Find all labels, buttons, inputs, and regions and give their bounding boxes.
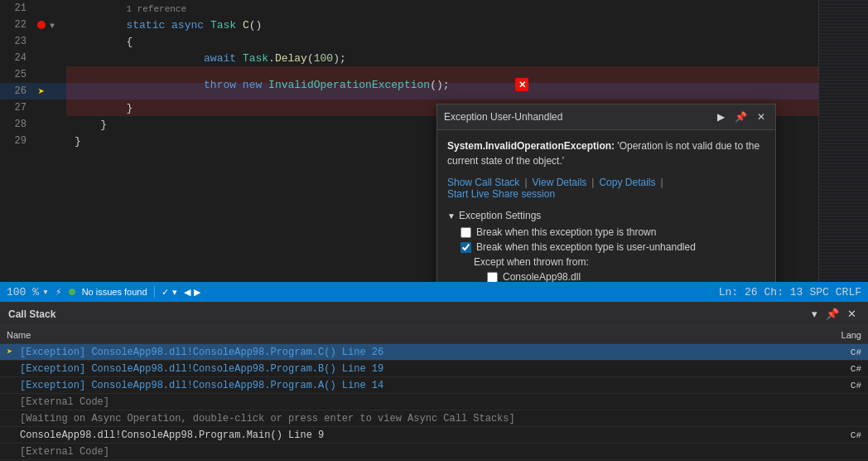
stack-row-text: [Exception] ConsoleApp98.dll!ConsoleApp9… (20, 347, 828, 358)
fold-button[interactable]: ▼ (50, 22, 55, 31)
stack-row[interactable]: [External Code] (0, 394, 868, 410)
exception-type: System.InvalidOperationException: (447, 140, 615, 152)
checkbox-row-1: Break when this exception type is thrown (447, 226, 765, 238)
popup-header: Exception User-Unhandled ▶ 📌 ✕ (437, 104, 775, 130)
settings-header[interactable]: ▼ Exception Settings (447, 210, 765, 221)
stack-row-text: ConsoleApp98.dll!ConsoleApp98.Program.Ma… (20, 429, 828, 441)
start-live-share-link[interactable]: Start Live Share session (447, 188, 555, 200)
status-right: Ln: 26 Ch: 13 SPC CRLF (719, 286, 861, 298)
popup-actions: ▶ 📌 ✕ (714, 109, 769, 124)
col-name-header: Name (7, 330, 828, 340)
call-stack-panel: Call Stack ▾ 📌 ✕ Name Lang ➤[Exception] … (0, 302, 868, 461)
panel-close-button[interactable]: ✕ (844, 306, 860, 322)
stack-row[interactable]: [Exception] ConsoleApp98.dll!ConsoleApp9… (0, 377, 868, 394)
popup-body: System.InvalidOperationException: 'Opera… (437, 130, 775, 282)
break-on-thrown-checkbox[interactable] (461, 227, 471, 238)
panel-controls: ▾ 📌 ✕ (808, 306, 860, 322)
panel-title: Call Stack (8, 308, 55, 320)
stack-row-lang: C# (828, 430, 861, 440)
panel-pin-button[interactable]: 📌 (822, 306, 842, 322)
no-issues-status: No issues found (69, 287, 147, 297)
show-call-stack-link[interactable]: Show Call Stack (447, 177, 519, 188)
stack-row[interactable]: [Exception] ConsoleApp98.dll!ConsoleApp9… (0, 361, 868, 377)
popup-run-button[interactable]: ▶ (714, 109, 728, 124)
panel-dropdown-button[interactable]: ▾ (808, 306, 821, 322)
module-checkbox[interactable] (487, 272, 498, 283)
copy-details-link[interactable]: Copy Details (599, 177, 655, 188)
module-checkbox-row: ConsoleApp98.dll (447, 271, 765, 282)
exception-message: System.InvalidOperationException: 'Opera… (447, 138, 765, 168)
stack-row[interactable]: ConsoleApp98.dll!ConsoleApp98.Program.Ma… (0, 427, 868, 444)
stack-row[interactable]: [External Code] (0, 444, 868, 460)
popup-pin-button[interactable]: 📌 (731, 109, 750, 124)
exception-popup: Exception User-Unhandled ▶ 📌 ✕ System.In… (436, 104, 776, 282)
popup-links: Show Call Stack | View Details | Copy De… (447, 177, 765, 200)
breakpoint-dot[interactable] (37, 21, 46, 29)
spaces-display: SPC (809, 286, 828, 298)
checkbox-row-2: Break when this exception type is user-u… (447, 241, 765, 253)
stack-row-text: [External Code] (20, 446, 828, 458)
status-bar: 100 % ▾ ⚡ No issues found ✓ ▾ ◀ ▶ Ln: 26… (0, 282, 868, 302)
zoom-level[interactable]: 100 % ▾ (7, 285, 49, 298)
popup-title: Exception User-Unhandled (444, 111, 562, 123)
stack-row[interactable]: ➤[Exception] ConsoleApp98.dll!ConsoleApp… (0, 344, 868, 361)
module-label: ConsoleApp98.dll (503, 271, 581, 282)
col-lang-header: Lang (828, 330, 861, 340)
settings-section: ▼ Exception Settings Break when this exc… (447, 210, 765, 282)
settings-title: Exception Settings (459, 210, 541, 221)
code-line-24: 24 await Task.Delay(100); (0, 50, 868, 66)
view-details-link[interactable]: View Details (533, 177, 587, 188)
crlf-display: CRLF (836, 286, 861, 298)
collapse-triangle: ▼ (447, 211, 456, 221)
stack-row-text: [External Code] (20, 396, 828, 408)
ch-display: Ch: 13 (764, 286, 803, 298)
stack-rows[interactable]: ➤[Exception] ConsoleApp98.dll!ConsoleApp… (0, 344, 868, 461)
break-on-unhandled-label: Break when this exception type is user-u… (476, 241, 696, 253)
stack-row-text: [Waiting on Async Operation, double-clic… (20, 413, 828, 425)
stack-row-indicator: ➤ (7, 346, 20, 358)
error-button[interactable]: ✕ (515, 78, 528, 91)
stack-row-lang: C# (828, 347, 861, 357)
popup-close-button[interactable]: ✕ (754, 109, 769, 124)
stack-row-text: [Exception] ConsoleApp98.dll!ConsoleApp9… (20, 363, 828, 375)
minimap (818, 0, 868, 282)
table-header: Name Lang (0, 326, 868, 344)
stack-row-lang: C# (828, 364, 861, 374)
nav-arrows: ◀ ▶ (184, 287, 200, 298)
stack-row-lang: C# (828, 381, 861, 391)
code-line-26: 26 ➤ throw new InvalidOperationException… (0, 83, 868, 99)
current-line-arrow: ➤ (38, 85, 45, 99)
code-line-22: 22 ▼ static async Task C() (0, 17, 868, 33)
except-label: Except when thrown from: (447, 256, 765, 268)
ln-display: Ln: 26 (719, 286, 758, 298)
green-status-dot (69, 289, 75, 295)
stack-row[interactable]: [Waiting on Async Operation, double-clic… (0, 410, 868, 427)
break-on-thrown-label: Break when this exception type is thrown (476, 226, 656, 238)
stack-row-text: [Exception] ConsoleApp98.dll!ConsoleApp9… (20, 380, 828, 391)
code-editor: 21 1 reference 22 ▼ static async Task C(… (0, 0, 868, 282)
panel-header: Call Stack ▾ 📌 ✕ (0, 303, 868, 326)
break-on-unhandled-checkbox[interactable] (461, 242, 471, 253)
